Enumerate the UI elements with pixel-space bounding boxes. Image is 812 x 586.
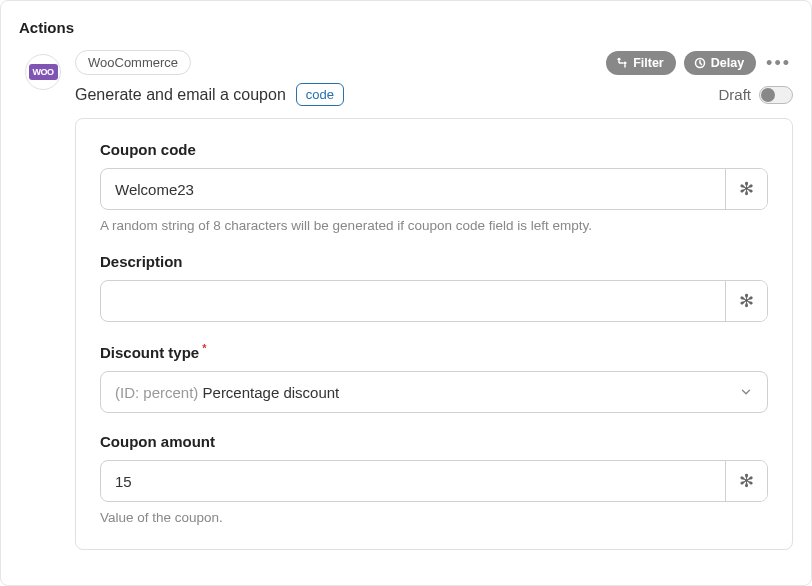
description-label: Description bbox=[100, 253, 768, 270]
coupon-code-label: Coupon code bbox=[100, 141, 768, 158]
delay-button-label: Delay bbox=[711, 56, 744, 70]
app-name-tag[interactable]: WooCommerce bbox=[75, 50, 191, 75]
chevron-down-icon bbox=[739, 385, 753, 399]
delay-button[interactable]: Delay bbox=[684, 51, 756, 75]
woo-badge: WOO bbox=[29, 64, 58, 80]
coupon-amount-label: Coupon amount bbox=[100, 433, 768, 450]
app-icon: WOO bbox=[25, 54, 61, 90]
svg-point-1 bbox=[624, 61, 627, 64]
svg-point-0 bbox=[618, 57, 621, 60]
discount-type-id: (ID: percent) bbox=[115, 384, 198, 401]
form-panel: Coupon code ✻ A random string of 8 chara… bbox=[75, 118, 793, 550]
discount-type-value: Percentage discount bbox=[203, 384, 340, 401]
filter-button-label: Filter bbox=[633, 56, 664, 70]
action-title: Generate and email a coupon bbox=[75, 86, 286, 104]
filter-button[interactable]: Filter bbox=[606, 51, 676, 75]
description-input[interactable] bbox=[101, 281, 725, 321]
asterisk-icon[interactable]: ✻ bbox=[725, 169, 767, 209]
filter-icon bbox=[616, 57, 628, 69]
clock-icon bbox=[694, 57, 706, 69]
discount-type-select[interactable]: (ID: percent) Percentage discount bbox=[100, 371, 768, 413]
coupon-amount-input[interactable] bbox=[101, 461, 725, 501]
required-marker: * bbox=[199, 342, 206, 354]
discount-type-label: Discount type * bbox=[100, 342, 768, 361]
status-toggle[interactable] bbox=[759, 86, 793, 104]
coupon-code-input[interactable] bbox=[101, 169, 725, 209]
section-title: Actions bbox=[19, 19, 793, 36]
coupon-code-help: A random string of 8 characters will be … bbox=[100, 218, 768, 233]
asterisk-icon[interactable]: ✻ bbox=[725, 461, 767, 501]
asterisk-icon[interactable]: ✻ bbox=[725, 281, 767, 321]
code-tag[interactable]: code bbox=[296, 83, 344, 106]
status-label: Draft bbox=[718, 86, 751, 103]
coupon-amount-help: Value of the coupon. bbox=[100, 510, 768, 525]
more-menu-button[interactable]: ••• bbox=[764, 54, 793, 72]
toggle-knob bbox=[761, 88, 775, 102]
